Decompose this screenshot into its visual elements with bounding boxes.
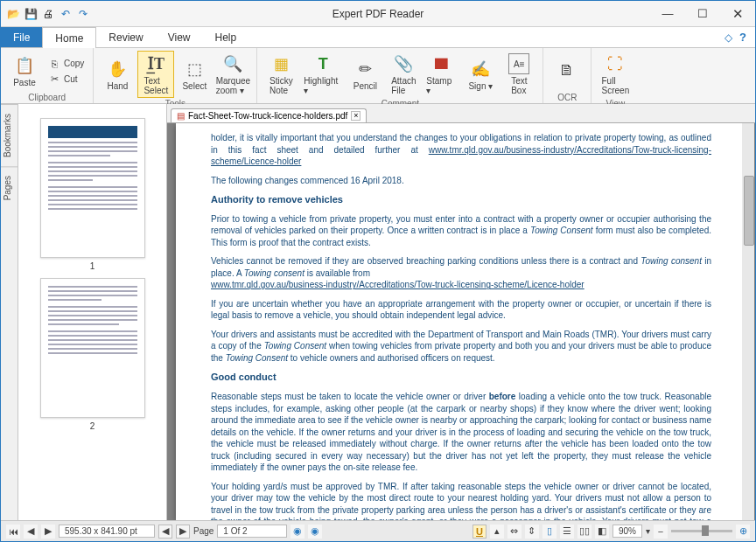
maximize-button[interactable]: ☐ <box>685 2 720 26</box>
collapse-ribbon-icon[interactable]: ◇ <box>724 31 732 44</box>
sticky-note-button[interactable]: ▦Sticky Note <box>262 51 299 98</box>
facing-icon[interactable]: ▯▯ <box>578 525 592 539</box>
text-box-button[interactable]: A≡Text Box <box>500 51 537 98</box>
document-tab-bar: ▤ Fact-Sheet-Tow-truck-licence-holders.p… <box>167 104 755 123</box>
select-button[interactable]: ⬚Select <box>176 51 213 98</box>
file-menu[interactable]: File <box>1 27 42 47</box>
close-button[interactable]: ✕ <box>720 2 755 26</box>
tab-home[interactable]: Home <box>42 27 96 48</box>
cut-icon: ✂ <box>48 73 60 86</box>
fit-page-icon[interactable]: ⇕ <box>525 525 539 539</box>
sign-icon: ✍ <box>470 59 491 80</box>
workspace: Bookmarks Pages 1 2 ▤ Fact-Sheet-Tow-tru… <box>1 104 755 520</box>
tab-view[interactable]: View <box>156 27 203 47</box>
rotate-icon[interactable]: ◧ <box>595 525 609 539</box>
ocr-icon: 🗎 <box>556 60 578 81</box>
sign-button[interactable]: ✍Sign ▾ <box>462 51 499 98</box>
pdf-page: holder, it is vitally important that you… <box>176 123 746 520</box>
page-label: Page <box>193 526 214 536</box>
thumbnail-label-2: 2 <box>18 421 166 431</box>
thumbnail-page-2[interactable] <box>40 278 145 418</box>
pencil-icon: ✏ <box>354 59 375 80</box>
ribbon-group-tools: ✋Hand I̲TText Select ⬚Select 🔍Marquee zo… <box>94 48 257 103</box>
fullscreen-button[interactable]: ⛶Full Screen <box>597 51 634 98</box>
nav-first-icon[interactable]: ⏮ <box>6 525 20 539</box>
marquee-zoom-button[interactable]: 🔍Marquee zoom ▾ <box>214 51 251 98</box>
app-title: Expert PDF Reader <box>332 8 424 20</box>
ribbon-group-comment: ▦Sticky Note THighlight ▾ ✏Pencil 📎Attac… <box>257 48 543 103</box>
sidebar-tab-pages[interactable]: Pages <box>1 166 18 209</box>
copy-button[interactable]: ⎘Copy <box>45 57 88 71</box>
tab-review[interactable]: Review <box>96 27 155 47</box>
menubar: File Home Review View Help ◇ ? <box>1 27 755 48</box>
document-area: ▤ Fact-Sheet-Tow-truck-licence-holders.p… <box>167 104 755 520</box>
prev-page-icon[interactable]: ◀ <box>158 525 172 539</box>
ribbon-group-view: ⛶Full Screen View <box>592 48 639 103</box>
qat-open-icon[interactable]: 📂 <box>6 7 20 21</box>
text-select-icon: I̲T <box>145 53 166 74</box>
qat-save-icon[interactable]: 💾 <box>24 7 38 21</box>
hand-icon: ✋ <box>107 59 128 80</box>
history-forward-icon[interactable]: ◉ <box>308 525 322 539</box>
highlight-icon: T <box>312 53 333 74</box>
hand-button[interactable]: ✋Hand <box>99 51 136 98</box>
history-back-icon[interactable]: ◉ <box>290 525 304 539</box>
qat-print-icon[interactable]: 🖨 <box>41 7 55 21</box>
document-tab[interactable]: ▤ Fact-Sheet-Tow-truck-licence-holders.p… <box>171 108 367 122</box>
link-licence-holder-2[interactable]: www.tmr.qld.gov.au/business-industry/Acc… <box>211 280 584 289</box>
side-tabs: Bookmarks Pages <box>1 104 18 520</box>
zoom-dropdown-icon[interactable]: ▾ <box>646 526 650 536</box>
minimize-button[interactable]: — <box>650 2 685 26</box>
nav-prev-icon[interactable]: ◀ <box>24 525 38 539</box>
paperclip-icon: 📎 <box>393 53 414 74</box>
help-icon[interactable]: ? <box>739 31 746 44</box>
zoom-out-icon[interactable]: − <box>654 525 668 539</box>
heading-authority: Authority to remove vehicles <box>211 193 711 206</box>
next-page-icon[interactable]: ▶ <box>176 525 190 539</box>
paste-icon: 📋 <box>14 55 35 76</box>
thumbnail-page-1[interactable] <box>40 118 145 258</box>
stamp-icon: ⯀ <box>431 53 452 74</box>
paste-button[interactable]: 📋 Paste <box>6 51 43 92</box>
ribbon-group-ocr: 🗎 OCR <box>543 48 592 103</box>
zoom-in-icon[interactable]: ⊕ <box>736 525 750 539</box>
thumbnail-label-1: 1 <box>18 261 166 271</box>
undo-icon[interactable]: ↶ <box>59 7 73 21</box>
close-tab-icon[interactable]: × <box>351 111 360 121</box>
titlebar: 📂 💾 🖨 ↶ ↷ Expert PDF Reader — ☐ ✕ <box>1 1 755 27</box>
zoom-slider[interactable] <box>671 530 732 532</box>
text-box-icon: A≡ <box>508 53 529 74</box>
thumbnail-panel: 1 2 <box>18 104 167 520</box>
pencil-button[interactable]: ✏Pencil <box>346 51 383 98</box>
text-select-button[interactable]: I̲TText Select <box>137 51 174 98</box>
fit-width-icon[interactable]: ⇔ <box>508 525 522 539</box>
sticky-note-icon: ▦ <box>270 53 291 74</box>
ribbon: 📋 Paste ⎘Copy ✂Cut Clipboard ✋Hand I̲TTe… <box>1 48 755 104</box>
page-dimensions: 595.30 x 841.90 pt <box>59 525 155 538</box>
pdf-icon: ▤ <box>177 111 185 121</box>
sidebar-tab-bookmarks[interactable]: Bookmarks <box>1 104 18 166</box>
copy-icon: ⎘ <box>48 58 60 70</box>
cut-button[interactable]: ✂Cut <box>45 73 88 87</box>
zoom-slider-thumb[interactable] <box>702 525 709 536</box>
tool-1-icon[interactable]: ▴ <box>490 525 504 539</box>
page-indicator[interactable]: 1 Of 2 <box>217 525 287 538</box>
ribbon-group-clipboard: 📋 Paste ⎘Copy ✂Cut Clipboard <box>1 48 94 103</box>
nav-next-icon[interactable]: ▶ <box>41 525 55 539</box>
highlight-button[interactable]: THighlight ▾ <box>301 51 345 98</box>
single-page-icon[interactable]: ▯ <box>542 525 556 539</box>
zoom-icon: 🔍 <box>222 53 243 74</box>
stamp-button[interactable]: ⯀Stamp ▾ <box>424 51 460 98</box>
underline-icon[interactable]: U <box>472 525 486 539</box>
scrollbar-thumb[interactable] <box>744 176 754 246</box>
attach-file-button[interactable]: 📎Attach File <box>385 51 422 98</box>
select-icon: ⬚ <box>184 59 205 80</box>
page-viewport[interactable]: holder, it is vitally important that you… <box>167 123 755 520</box>
redo-icon[interactable]: ↷ <box>76 7 90 21</box>
tab-help[interactable]: Help <box>203 27 249 47</box>
ocr-button[interactable]: 🗎 <box>549 51 585 92</box>
document-tab-label: Fact-Sheet-Tow-truck-licence-holders.pdf <box>188 111 347 121</box>
fullscreen-icon: ⛶ <box>605 53 626 74</box>
zoom-level[interactable]: 90% <box>612 525 642 538</box>
continuous-icon[interactable]: ☰ <box>560 525 574 539</box>
